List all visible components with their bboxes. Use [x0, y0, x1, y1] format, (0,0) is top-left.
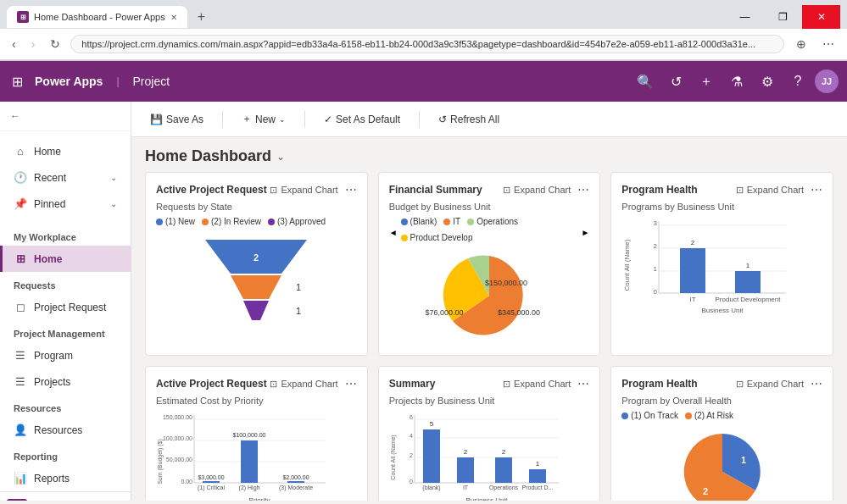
expand-chart-1-icon: ⊡: [270, 185, 277, 196]
chart-6-expand-button[interactable]: ⊡ Expand Chart: [736, 379, 804, 390]
sidebar-footer[interactable]: P Projects △: [0, 491, 131, 501]
menu-button[interactable]: ⋯: [816, 32, 840, 56]
set-default-button[interactable]: ✓ Set As Default: [319, 110, 405, 129]
chart-6-legend: (1) On Track (2) At Risk: [621, 411, 822, 420]
refresh-nav-icon[interactable]: ↺: [662, 68, 689, 95]
sidebar-item-pinned[interactable]: 📌 Pinned ⌄: [0, 191, 131, 217]
resources-label: Resources: [14, 403, 61, 413]
svg-text:2: 2: [254, 252, 259, 263]
project-label[interactable]: Project: [133, 75, 170, 88]
chart-4-title: Active Project Request: [156, 378, 267, 390]
address-bar[interactable]: [70, 35, 784, 53]
chart-5-expand-button[interactable]: ⊡ Expand Chart: [503, 379, 571, 390]
set-default-icon: ✓: [324, 114, 332, 125]
svg-text:4: 4: [410, 433, 413, 439]
chart-4-more-icon[interactable]: ⋯: [345, 377, 357, 390]
legend-next-icon[interactable]: ►: [581, 228, 589, 237]
svg-text:50,000.00: 50,000.00: [166, 457, 192, 462]
sidebar-item-home[interactable]: ⌂ Home: [0, 138, 131, 164]
legend-2-label-1: (Blank): [410, 217, 437, 226]
svg-text:$3,000.00: $3,000.00: [198, 474, 224, 480]
chart-2-more-icon[interactable]: ⋯: [577, 183, 589, 197]
chart-6-more-icon[interactable]: ⋯: [811, 377, 822, 390]
pinned-icon: 📌: [14, 197, 27, 210]
restore-button[interactable]: ❐: [764, 5, 802, 29]
chart-1-more-icon[interactable]: ⋯: [345, 183, 357, 197]
chart-5-more-icon[interactable]: ⋯: [577, 377, 589, 390]
projects-label: Projects: [34, 376, 70, 388]
new-icon: ＋: [242, 112, 252, 126]
expand-chart-6-label: Expand Chart: [747, 379, 804, 389]
svg-text:6: 6: [410, 414, 413, 420]
legend-1-label-1: (1) New: [165, 217, 195, 226]
extensions-button[interactable]: ⊕: [789, 32, 813, 56]
sidebar-item-program[interactable]: ☰ Program: [0, 342, 131, 368]
svg-text:IT: IT: [690, 296, 696, 303]
svg-text:5: 5: [429, 420, 433, 428]
sidebar-item-projects[interactable]: ☰ Projects: [0, 368, 131, 395]
new-tab-button[interactable]: +: [191, 6, 212, 28]
svg-text:1: 1: [654, 265, 658, 273]
svg-text:$76,000.00: $76,000.00: [425, 308, 463, 317]
close-tab-icon[interactable]: ✕: [170, 13, 177, 22]
chart-4-actions: ⊡ Expand Chart ⋯: [270, 377, 356, 390]
expand-chart-5-label: Expand Chart: [514, 379, 571, 389]
settings-nav-icon[interactable]: ⚙: [754, 68, 781, 95]
sidebar-item-project-request[interactable]: ◻ Project Request: [0, 294, 131, 320]
help-nav-icon[interactable]: ?: [784, 68, 811, 95]
sidebar-collapse-button[interactable]: ←: [0, 102, 131, 131]
legend-1-label-3: (3) Approved: [277, 217, 326, 226]
chart-4-expand-button[interactable]: ⊡ Expand Chart: [270, 379, 337, 390]
save-as-button[interactable]: 💾 Save As: [145, 110, 209, 129]
svg-text:2: 2: [463, 448, 467, 456]
expand-chart-2-label: Expand Chart: [514, 185, 571, 195]
chart-card-4: Active Project Request ⊡ Expand Chart ⋯ …: [145, 366, 368, 501]
chart-3-expand-button[interactable]: ⊡ Expand Chart: [736, 185, 804, 196]
chart-card-4-header: Active Project Request ⊡ Expand Chart ⋯: [156, 377, 357, 390]
chart-3-more-icon[interactable]: ⋯: [811, 183, 822, 197]
close-button[interactable]: ✕: [802, 5, 840, 29]
expand-chart-1-label: Expand Chart: [281, 185, 337, 195]
search-icon[interactable]: 🔍: [632, 68, 659, 95]
active-tab[interactable]: ⊞ Home Dashboard - Power Apps ✕: [7, 6, 187, 28]
chart-6-subtitle: Program by Overall Health: [621, 396, 822, 406]
chart-3-y-title: Count All (Name): [623, 241, 631, 291]
forward-button[interactable]: ›: [26, 34, 41, 54]
chart-4-svg: Sum (Budget) ($) 150,000.00 100,000.00 5…: [156, 411, 334, 501]
requests-header: Requests: [0, 272, 131, 294]
sidebar-item-resources[interactable]: 👤 Resources: [0, 417, 131, 443]
back-button[interactable]: ‹: [7, 34, 21, 54]
user-avatar[interactable]: JJ: [815, 69, 839, 93]
add-nav-icon[interactable]: ＋: [693, 68, 720, 95]
resources-icon: 👤: [14, 424, 27, 436]
chart-2-title: Financial Summary: [389, 184, 482, 196]
legend-2-item-3: Operations: [467, 217, 518, 226]
dashboard-title-chevron[interactable]: ⌄: [276, 151, 285, 163]
new-button[interactable]: ＋ New ⌄: [237, 108, 291, 130]
chart-6-actions: ⊡ Expand Chart ⋯: [736, 377, 822, 390]
refresh-button[interactable]: ↺ Refresh All: [433, 110, 504, 129]
sidebar-item-recent[interactable]: 🕐 Recent ⌄: [0, 164, 131, 191]
svg-rect-18: [680, 248, 705, 293]
chart-5-subtitle: Projects by Business Unit: [389, 396, 590, 406]
svg-text:$345,000.00: $345,000.00: [498, 308, 540, 317]
top-nav-right: 🔍 ↺ ＋ ⚗ ⚙ ? JJ: [632, 68, 839, 95]
svg-text:1: 1: [296, 282, 301, 292]
waffle-icon[interactable]: ⊞: [8, 70, 26, 93]
legend-prev-icon[interactable]: ◄: [389, 228, 398, 237]
chart-2-legend-nav: ◄ (Blank) IT: [389, 217, 590, 247]
sidebar-item-my-home[interactable]: ⊞ Home: [0, 246, 131, 272]
chart-2-expand-button[interactable]: ⊡ Expand Chart: [503, 185, 571, 196]
minimize-button[interactable]: —: [726, 5, 764, 29]
expand-chart-5-icon: ⊡: [503, 379, 510, 390]
reload-button[interactable]: ↻: [45, 34, 65, 54]
sidebar-item-reports[interactable]: 📊 Reports: [0, 465, 131, 491]
chart-2-actions: ⊡ Expand Chart ⋯: [503, 183, 589, 197]
recent-expand-icon: ⌄: [110, 173, 117, 182]
svg-text:Product Development: Product Development: [716, 296, 782, 303]
svg-rect-20: [735, 271, 761, 293]
chart-1-expand-button[interactable]: ⊡ Expand Chart: [270, 185, 337, 196]
reports-label: Reports: [34, 473, 70, 485]
svg-text:1: 1: [746, 262, 750, 269]
filter-nav-icon[interactable]: ⚗: [723, 68, 750, 95]
